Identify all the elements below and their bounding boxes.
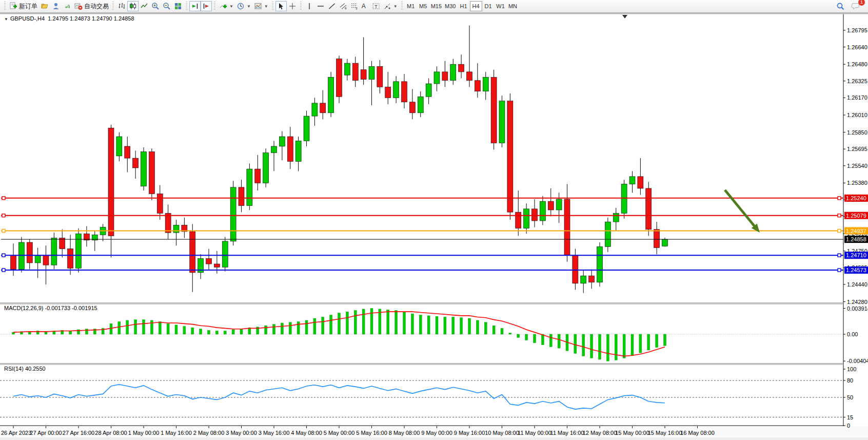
macd-indicator-label: MACD(12,26,9) -0.001733 -0.001915 xyxy=(4,305,97,311)
vertical-line-tool-button[interactable] xyxy=(304,1,315,11)
hline-price-badge-text: 1.24573 xyxy=(846,267,866,273)
auto-scroll-icon xyxy=(191,2,199,10)
price-tick-label: 1.26640 xyxy=(847,44,867,50)
hline-right-handle xyxy=(838,269,841,272)
tile-windows-button[interactable] xyxy=(172,1,184,11)
price-tick-label: 1.24440 xyxy=(847,281,867,288)
timeframe-m5-button[interactable]: M5 xyxy=(417,1,429,11)
time-tick-label: 10 May 08:00 xyxy=(485,430,519,436)
signals-button[interactable] xyxy=(62,1,73,11)
line-chart-button[interactable] xyxy=(139,1,150,11)
text-tool-icon: A xyxy=(362,3,366,10)
horizontal-line-icon xyxy=(317,2,325,10)
periods-button[interactable]: ▼ xyxy=(235,1,252,11)
hline-left-handle xyxy=(2,269,5,272)
price-tick-label: 1.26010 xyxy=(847,112,867,118)
template-icon xyxy=(254,2,262,10)
tile-windows-icon xyxy=(174,2,182,10)
new-order-button[interactable]: 新订单 xyxy=(8,1,39,11)
timeframe-h4-button[interactable]: H4 xyxy=(470,1,482,11)
candlestick-icon xyxy=(129,2,137,10)
timeframe-mn-button[interactable]: MN xyxy=(507,1,519,11)
application-window: { "toolbar": { "new_order_label": "新订单",… xyxy=(0,0,868,440)
indicators-button[interactable]: ▼ xyxy=(218,1,235,11)
vertical-line-icon xyxy=(305,2,313,10)
zoom-in-button[interactable] xyxy=(150,1,161,11)
channel-icon: E xyxy=(339,2,347,10)
text-label-tool-button[interactable]: T xyxy=(370,1,382,11)
toolbar-grip xyxy=(185,2,188,11)
timeframe-h1-button[interactable]: H1 xyxy=(458,1,470,11)
hline-price-badge-text: 1.24710 xyxy=(846,252,866,258)
svg-text:F: F xyxy=(356,7,358,10)
one-click-trading-toggle[interactable]: ▼ xyxy=(4,17,8,22)
hline-left-handle xyxy=(2,197,5,200)
price-tick-label: 1.24280 xyxy=(847,299,867,305)
text-tool-button[interactable]: A xyxy=(360,1,370,11)
price-tick-label: 1.25850 xyxy=(847,129,867,136)
time-tick-label: 4 May 08:00 xyxy=(291,430,322,436)
chart-ohlc-values: 1.24795 1.24873 1.24790 1.24858 xyxy=(48,15,134,22)
time-tick-label: 26 Apr 2023 xyxy=(1,430,31,436)
chart-shift-button[interactable] xyxy=(201,1,212,11)
macd-axis-label: 0.003914 xyxy=(847,305,868,312)
time-tick-label: 27 Apr 00:00 xyxy=(30,430,62,436)
toolbar: 新订单 自动交易 ▼ ▼ xyxy=(0,0,868,13)
auto-trading-label: 自动交易 xyxy=(84,2,109,11)
timeframe-m30-button[interactable]: M30 xyxy=(443,1,457,11)
trendline-tool-button[interactable] xyxy=(326,1,338,11)
crosshair-button[interactable] xyxy=(287,1,298,11)
price-tick-label: 1.25540 xyxy=(847,163,867,169)
time-tick-label: 11 May 16:00 xyxy=(550,430,584,436)
line-chart-icon xyxy=(140,2,148,10)
time-tick-label: 12 May 08:00 xyxy=(583,430,617,436)
templates-button[interactable]: ▼ xyxy=(252,1,270,11)
dropdown-caret-icon: ▼ xyxy=(264,4,268,9)
toolbar-grip xyxy=(400,2,404,11)
price-tick-label: 1.26795 xyxy=(847,27,867,33)
arrows-tool-button[interactable]: ▼ xyxy=(382,1,399,11)
arrows-tool-icon xyxy=(383,2,391,10)
crosshair-icon xyxy=(288,2,297,10)
toolbar-grip xyxy=(213,2,216,11)
svg-text:E: E xyxy=(345,7,347,10)
time-tick-label: 15 May 16:00 xyxy=(648,430,682,436)
time-tick-label: 1 May 16:00 xyxy=(161,430,192,436)
time-tick-label: 9 May 16:00 xyxy=(454,430,485,436)
community-button[interactable] xyxy=(50,1,62,11)
dropdown-caret-icon: ▼ xyxy=(247,4,251,9)
time-tick-label: 3 May 00:00 xyxy=(226,430,257,436)
timeframe-w1-button[interactable]: W1 xyxy=(495,1,507,11)
notification-badge[interactable]: 1 xyxy=(858,0,865,6)
new-order-label: 新订单 xyxy=(19,2,37,11)
hline-left-handle xyxy=(2,229,5,233)
auto-trading-button[interactable]: 自动交易 xyxy=(73,1,110,11)
chart-canvas[interactable]: 1.267951.266401.264801.263251.261701.260… xyxy=(0,13,868,440)
search-button[interactable] xyxy=(835,1,846,11)
equidistant-channel-tool-button[interactable]: E xyxy=(338,1,349,11)
chart-window[interactable]: ▼GBPUSD-,H4 1.24795 1.24873 1.24790 1.24… xyxy=(0,13,868,440)
auto-scroll-button[interactable] xyxy=(189,1,201,11)
timeframe-d1-button[interactable]: D1 xyxy=(482,1,495,11)
bar-chart-button[interactable] xyxy=(116,1,127,11)
profiles-button[interactable] xyxy=(39,1,50,11)
cursor-button[interactable] xyxy=(275,1,287,11)
timeframe-m1-button[interactable]: M1 xyxy=(405,1,417,11)
time-tick-label: 5 May 00:00 xyxy=(324,430,355,436)
price-tick-label: 1.25695 xyxy=(847,146,867,152)
zoom-out-button[interactable] xyxy=(161,1,172,11)
toolbar-grip xyxy=(111,2,115,11)
chart-symbol-period: GBPUSD-,H4 xyxy=(10,15,45,22)
time-tick-label: 16 May 08:00 xyxy=(680,430,715,436)
trendline-icon xyxy=(328,2,336,10)
time-tick-label: 11 May 00:00 xyxy=(518,430,551,436)
fibonacci-tool-button[interactable]: F xyxy=(349,1,360,11)
horizontal-line-tool-button[interactable] xyxy=(315,1,326,11)
hline-right-handle xyxy=(838,197,841,200)
current-price-badge-text: 1.24858 xyxy=(846,236,866,242)
hline-right-handle xyxy=(838,254,841,257)
person-icon xyxy=(52,2,60,10)
candlestick-chart-button[interactable] xyxy=(127,1,139,11)
time-tick-label: 1 May 00:00 xyxy=(128,430,160,436)
timeframe-m15-button[interactable]: M15 xyxy=(429,1,443,11)
